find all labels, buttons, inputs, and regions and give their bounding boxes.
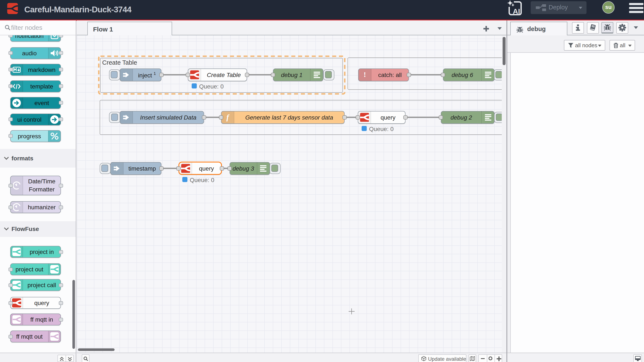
svg-text:AI: AI	[513, 7, 520, 15]
